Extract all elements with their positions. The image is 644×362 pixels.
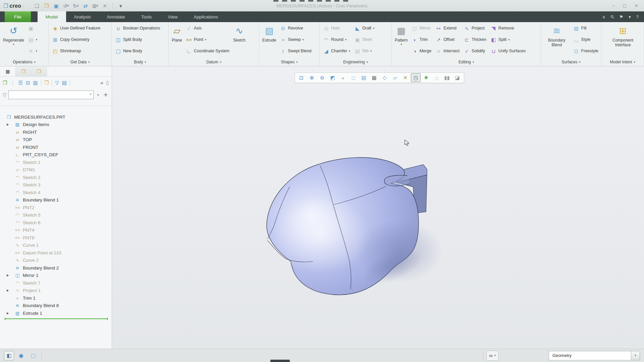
ribbon-button-mirror[interactable]: ◫Mirror xyxy=(412,23,431,33)
ribbon-group-label-engineering[interactable]: Engineering▾ xyxy=(320,58,391,66)
ribbon-button-split-body[interactable]: ◫Split Body xyxy=(115,35,160,44)
tab-analysis[interactable]: Analysis xyxy=(66,11,99,22)
tree-columns-button[interactable]: ▤ xyxy=(62,80,67,85)
saved-orientations-button[interactable]: ▤ xyxy=(359,73,369,82)
quick-customize-toolbar-button[interactable]: ▾ xyxy=(116,2,125,10)
ribbon-button-plane[interactable]: ▱Plane xyxy=(170,23,184,43)
expand-arrow-icon[interactable]: ▶ xyxy=(7,312,9,315)
model-3d-mouse-body[interactable] xyxy=(258,154,476,302)
ribbon-button-copy-geometry[interactable]: ⊞Copy Geometry xyxy=(52,35,100,44)
ribbon-button-copy-icon[interactable]: ▣ xyxy=(28,23,37,33)
ribbon-button-user-defined-feature[interactable]: ◈User-Defined Feature xyxy=(52,23,100,33)
tree-item-sketch-6[interactable]: ◠Sketch 6 xyxy=(0,219,112,227)
ribbon-button-offset[interactable]: ↗Offset xyxy=(435,35,460,44)
ribbon-button-swept-blend[interactable]: ≀Swept Blend xyxy=(280,46,311,56)
selection-filter-value[interactable]: Geometry xyxy=(549,351,631,360)
expand-arrow-icon[interactable]: ▶ xyxy=(7,274,9,277)
tree-item-top[interactable]: ▱TOP xyxy=(0,136,112,144)
ribbon-group-label-shapes[interactable]: Shapes▾ xyxy=(259,58,319,66)
tree-item-sketch-1[interactable]: ◠Sketch 1 xyxy=(0,159,112,166)
view-manager-button[interactable]: ▦ xyxy=(369,73,379,82)
tree-item-project-1[interactable]: ▶≈Project 1 xyxy=(0,287,112,295)
shading-style-button[interactable]: ● xyxy=(338,73,348,82)
tab-file[interactable]: File xyxy=(5,11,31,22)
ribbon-group-label-operations[interactable]: Operations▾ xyxy=(0,58,48,66)
section-view-button[interactable]: ◇ xyxy=(380,73,389,82)
ribbon-group-label-body[interactable]: Body▾ xyxy=(112,58,168,66)
ribbon-button-revolve[interactable]: ⊙Revolve xyxy=(280,23,311,33)
tree-search-input[interactable] xyxy=(8,90,94,99)
learning-dropdown-icon[interactable]: ▾ xyxy=(629,15,631,19)
drag-dots-button[interactable]: ⋮ xyxy=(10,80,15,85)
selection-filter-dropdown[interactable]: ▾ xyxy=(631,351,640,360)
ribbon-button-trim[interactable]: ◗Trim xyxy=(412,35,431,44)
close-button[interactable]: ✕ xyxy=(635,3,638,8)
ribbon-button-split[interactable]: ◧Split▾ xyxy=(490,35,526,44)
quick-regenerate-quick-button[interactable]: ⇄ xyxy=(81,2,90,10)
ribbon-button-delete-icon[interactable]: ✕▾ xyxy=(28,46,37,56)
tree-item-sketch-7[interactable]: ◠Sketch 7 xyxy=(0,279,112,287)
tree-item-curve-2[interactable]: ∿Curve 2 xyxy=(0,257,112,264)
tree-item-boundary-blend-1[interactable]: ≋Boundary Blend 1 xyxy=(0,196,112,204)
minimize-ribbon-icon[interactable]: ∧ xyxy=(602,15,606,19)
ribbon-group-label-datum[interactable]: Datum▾ xyxy=(169,58,259,66)
search-options-dropdown[interactable]: ▾ xyxy=(95,90,101,99)
quick-save-button[interactable]: ▣ xyxy=(52,2,61,10)
search-model-button[interactable]: ∞ ▾ xyxy=(486,351,498,361)
ribbon-button-intersect[interactable]: ∩Intersect xyxy=(435,46,460,56)
tree-item-right[interactable]: ▱RIGHT xyxy=(0,128,112,136)
model-tree-mode-button[interactable]: ❒ xyxy=(3,80,7,85)
minimize-button[interactable]: – xyxy=(612,3,615,8)
expand-arrow-icon[interactable]: ▶ xyxy=(7,123,9,126)
tree-item-pnt4[interactable]: ××PNT4 xyxy=(0,227,112,234)
tree-filter-button[interactable]: ▽ xyxy=(55,80,59,85)
tab-model[interactable]: Model xyxy=(38,11,66,22)
overflow-button[interactable]: » xyxy=(100,80,103,85)
ribbon-button-chamfer[interactable]: ◢Chamfer▾ xyxy=(323,46,350,56)
collapse-items-button[interactable]: ⊟ xyxy=(26,80,30,85)
clear-search-icon[interactable]: ✕ xyxy=(89,93,92,96)
ribbon-group-label-surfaces[interactable]: Surfaces▾ xyxy=(541,58,601,66)
ribbon-button-draft[interactable]: ◣Draft▾ xyxy=(354,23,374,33)
tab-annotate[interactable]: Annotate xyxy=(99,11,133,22)
pause-button[interactable]: ▮▮ xyxy=(442,73,452,82)
item-info-button[interactable]: ▯ xyxy=(106,80,109,85)
ribbon-button-boolean-operations[interactable]: ∪Boolean Operations xyxy=(115,23,160,33)
insertion-locator[interactable] xyxy=(5,318,108,319)
ribbon-button-regenerate[interactable]: ↺Regenerate▾ xyxy=(1,23,26,46)
maximize-button[interactable]: ▢ xyxy=(623,3,627,8)
ribbon-button-hole[interactable]: ◎Hole xyxy=(323,23,350,33)
ribbon-button-sketch[interactable]: ∿Sketch xyxy=(231,23,247,43)
ribbon-button-fill[interactable]: ▨Fill xyxy=(573,23,598,33)
ribbon-button-style[interactable]: ◡Style xyxy=(573,35,598,44)
ribbon-button-new-body[interactable]: ▢New Body xyxy=(115,46,160,56)
tree-item-sketch-2[interactable]: ◠Sketch 2 xyxy=(0,174,112,181)
display-style-button[interactable]: □ xyxy=(348,73,358,82)
graphics-area[interactable]: ⊡⊕⊖◩●□▤▦◇▱✕◳❖△▮▮◪ xyxy=(112,66,644,349)
tree-item-design-items[interactable]: ▶▤Design Items xyxy=(0,121,112,129)
ribbon-button-thicken[interactable]: ⊏Thicken xyxy=(464,35,486,44)
ribbon-button-sweep[interactable]: ≈Sweep▾ xyxy=(280,35,311,44)
expand-arrow-icon[interactable]: ▶ xyxy=(7,289,9,292)
favorites-tab[interactable]: ❒ xyxy=(31,66,47,76)
column-display-button[interactable]: ▥ xyxy=(33,80,38,85)
tree-item-mergesurfaces-prt[interactable]: ❒MERGESURFACES.PRT xyxy=(0,113,112,121)
tab-tools[interactable]: Tools xyxy=(133,11,160,22)
tree-item-front[interactable]: ▱FRONT xyxy=(0,143,112,151)
tree-item-prt-csys-def[interactable]: ∟PRT_CSYS_DEF xyxy=(0,151,112,159)
accessory-window-button[interactable]: ▢ xyxy=(28,351,38,360)
ribbon-button-project[interactable]: ∿Project xyxy=(464,23,486,33)
annotation-display-button[interactable]: ◳ xyxy=(411,73,421,82)
quick-new-file-button[interactable]: ❏ xyxy=(33,2,41,10)
ribbon-button-pattern[interactable]: ▦Pattern▾ xyxy=(393,23,410,46)
spin-center-button[interactable]: ❖ xyxy=(421,73,431,82)
ribbon-button-merge[interactable]: ◑Merge xyxy=(412,46,431,56)
tree-item-curve-1[interactable]: ∿Curve 1 xyxy=(0,242,112,249)
zoom-out-button[interactable]: ⊖ xyxy=(317,73,327,82)
ribbon-button-freestyle[interactable]: ⊡Freestyle xyxy=(573,46,598,56)
tree-item-boundary-blend-2[interactable]: ≋Boundary Blend 2 xyxy=(0,264,112,272)
perspective-button[interactable]: △ xyxy=(432,73,441,82)
datum-display-filters-button[interactable]: ✕ xyxy=(400,73,410,82)
quick-undo-button[interactable]: ↺▾ xyxy=(62,2,70,10)
ribbon-button-extend[interactable]: ↦Extend xyxy=(435,23,460,33)
